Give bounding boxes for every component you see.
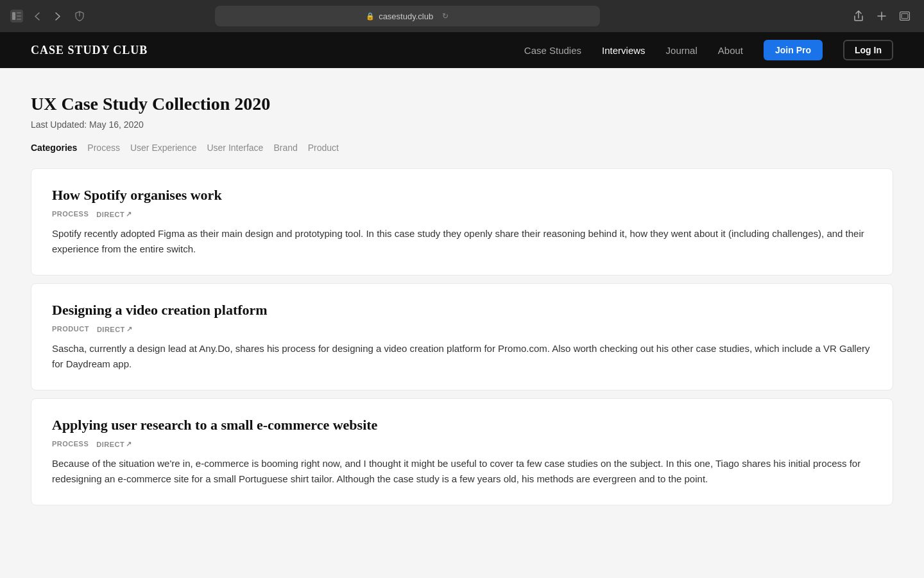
- tag-direct-research: DIRECT ↗: [96, 440, 132, 448]
- tag-direct-video: DIRECT ↗: [97, 325, 132, 333]
- tag-product-video: PRODUCT: [52, 325, 89, 333]
- svg-rect-3: [17, 19, 21, 20]
- browser-sidebar-toggle[interactable]: [10, 10, 23, 22]
- card-tags-video: PRODUCT DIRECT ↗: [52, 325, 872, 333]
- svg-rect-0: [12, 12, 15, 20]
- category-process[interactable]: Process: [87, 143, 120, 153]
- card-title-research: Applying user research to a small e-comm…: [52, 417, 872, 434]
- svg-rect-5: [902, 13, 908, 19]
- address-bar[interactable]: 🔒 casestudy.club ↻: [215, 6, 600, 26]
- shield-icon: [72, 8, 87, 24]
- arrow-icon-research: ↗: [126, 440, 132, 448]
- tag-direct-spotify: DIRECT ↗: [96, 210, 132, 218]
- case-study-card-spotify[interactable]: How Spotify organises work PROCESS DIREC…: [31, 168, 893, 276]
- sidebar-icon[interactable]: [10, 10, 23, 22]
- categories-label: Categories: [31, 143, 77, 153]
- category-user-interface[interactable]: User Interface: [207, 143, 263, 153]
- nav-case-studies[interactable]: Case Studies: [524, 45, 581, 56]
- tabs-overview-icon[interactable]: [896, 7, 914, 25]
- case-study-card-video[interactable]: Designing a video creation platform PROD…: [31, 283, 893, 390]
- card-description-research: Because of the situation we're in, e-com…: [52, 456, 872, 487]
- tag-process-spotify: PROCESS: [52, 210, 89, 218]
- nav-interviews[interactable]: Interviews: [602, 45, 646, 56]
- browser-action-buttons: [850, 7, 914, 25]
- page-title: UX Case Study Collection 2020: [31, 94, 893, 114]
- arrow-icon-spotify: ↗: [126, 210, 132, 218]
- categories-row: Categories Process User Experience User …: [31, 143, 893, 153]
- forward-button[interactable]: [49, 7, 67, 25]
- main-content: UX Case Study Collection 2020 Last Updat…: [0, 68, 924, 578]
- nav-about[interactable]: About: [718, 45, 743, 56]
- category-brand[interactable]: Brand: [273, 143, 297, 153]
- new-tab-icon[interactable]: [873, 7, 891, 25]
- browser-chrome: 🔒 casestudy.club ↻: [0, 0, 924, 32]
- lock-icon: 🔒: [366, 12, 375, 21]
- last-updated-text: Last Updated: May 16, 2020: [31, 119, 893, 130]
- card-title-spotify: How Spotify organises work: [52, 187, 872, 204]
- category-user-experience[interactable]: User Experience: [130, 143, 197, 153]
- card-description-video: Sascha, currently a design lead at Any.D…: [52, 341, 872, 372]
- card-description-spotify: Spotify recently adopted Figma as their …: [52, 226, 872, 257]
- nav-journal[interactable]: Journal: [666, 45, 697, 56]
- category-product[interactable]: Product: [308, 143, 339, 153]
- back-button[interactable]: [28, 7, 46, 25]
- card-tags-spotify: PROCESS DIRECT ↗: [52, 210, 872, 218]
- card-title-video: Designing a video creation platform: [52, 302, 872, 319]
- arrow-icon-video: ↗: [126, 325, 133, 333]
- tag-process-research: PROCESS: [52, 440, 89, 448]
- url-text: casestudy.club: [379, 12, 433, 21]
- refresh-icon[interactable]: ↻: [442, 12, 449, 21]
- site-logo[interactable]: Case Study Club: [31, 44, 148, 57]
- login-button[interactable]: Log In: [843, 40, 893, 60]
- svg-rect-1: [17, 12, 21, 13]
- join-pro-button[interactable]: Join Pro: [764, 40, 823, 60]
- share-icon[interactable]: [850, 7, 868, 25]
- svg-rect-2: [17, 15, 21, 17]
- case-study-card-research[interactable]: Applying user research to a small e-comm…: [31, 398, 893, 505]
- browser-navigation: [28, 7, 67, 25]
- site-nav: Case Studies Interviews Journal About Jo…: [524, 40, 893, 60]
- card-tags-research: PROCESS DIRECT ↗: [52, 440, 872, 448]
- site-header: Case Study Club Case Studies Interviews …: [0, 32, 924, 68]
